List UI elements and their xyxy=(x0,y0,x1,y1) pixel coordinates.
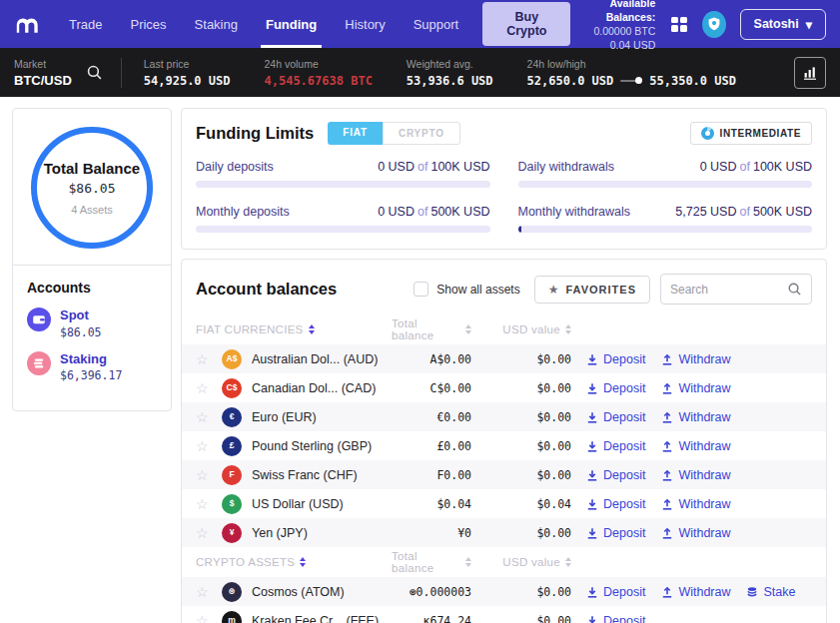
sort-icon[interactable] xyxy=(300,557,306,567)
favorite-star-icon[interactable]: ☆ xyxy=(196,585,222,599)
favorite-star-icon[interactable]: ☆ xyxy=(196,352,222,366)
currency-icon: A$ xyxy=(222,349,242,369)
asset-name[interactable]: Australian Dol... (AUD) xyxy=(252,352,392,366)
withdraw-link[interactable]: Withdraw xyxy=(661,352,730,366)
limit-monthly-withdrawals: Monthly withdrawals 5,725 USDof500K USD xyxy=(518,205,813,233)
total-balance-cell: £0.00 xyxy=(436,439,471,453)
withdraw-link[interactable]: Withdraw xyxy=(661,526,730,540)
asset-row-usd: ☆ $ US Dollar (USD) $0.04 $0.04 Deposit … xyxy=(182,489,826,518)
section-title[interactable]: CRYPTO ASSETS xyxy=(196,556,295,568)
nav-item-history[interactable]: History xyxy=(331,0,399,48)
kraken-logo-icon[interactable] xyxy=(14,13,39,35)
search-input[interactable] xyxy=(670,283,787,297)
favorite-star-icon[interactable]: ☆ xyxy=(196,381,222,395)
buy-crypto-button[interactable]: Buy Crypto xyxy=(482,2,570,46)
favorite-star-icon[interactable]: ☆ xyxy=(196,468,222,482)
deposit-link[interactable]: Deposit xyxy=(586,352,645,366)
asset-name[interactable]: Yen (JPY) xyxy=(252,526,392,540)
low-value: 52,650.0 USD xyxy=(527,74,614,88)
deposit-icon xyxy=(586,440,598,452)
nav-item-support[interactable]: Support xyxy=(400,0,473,48)
favorites-button[interactable]: ★ FAVORITES xyxy=(534,276,650,304)
usd-value-cell: $0.00 xyxy=(536,585,571,599)
asset-row-cad: ☆ C$ Canadian Dol... (CAD) C$0.00 $0.00 … xyxy=(182,373,826,402)
asset-row-fee: ☆ m Kraken Fee Cr... (FEE) κ674.24 $0.00… xyxy=(182,606,826,623)
tier-progress-icon xyxy=(701,127,714,140)
chart-button[interactable] xyxy=(794,57,826,89)
market-pair-block[interactable]: Market BTC/USD xyxy=(14,57,72,88)
last-price-value: 54,925.0 USD xyxy=(144,74,231,88)
user-menu-button[interactable]: Satoshi ▾ xyxy=(740,9,826,40)
total-balance-cell: F0.00 xyxy=(436,468,471,482)
asset-name[interactable]: Pound Sterling (GBP) xyxy=(252,439,392,453)
tab-fiat[interactable]: FIAT xyxy=(328,122,383,145)
account-spot[interactable]: Spot $86.05 xyxy=(27,308,157,339)
nav-item-funding[interactable]: Funding xyxy=(252,0,331,48)
top-navigation: Trade Prices Staking Funding History Sup… xyxy=(0,0,840,48)
sort-icon[interactable] xyxy=(565,557,571,567)
deposit-icon xyxy=(586,469,598,481)
withdraw-link[interactable]: Withdraw xyxy=(661,410,730,424)
limit-daily-withdrawals: Daily withdrawals 0 USDof100K USD xyxy=(518,160,813,188)
withdraw-link[interactable]: Withdraw xyxy=(661,497,730,511)
section-title[interactable]: FIAT CURRENCIES xyxy=(196,323,304,335)
show-all-assets-checkbox[interactable] xyxy=(414,282,428,297)
total-balance-value: $86.05 xyxy=(69,181,116,196)
nav-item-staking[interactable]: Staking xyxy=(181,0,252,48)
deposit-link[interactable]: Deposit xyxy=(586,526,645,540)
stat-24h-volume: 24h volume 4,545.67638 BTC xyxy=(264,57,372,88)
favorite-star-icon[interactable]: ☆ xyxy=(196,439,222,453)
usd-value-cell: $0.00 xyxy=(536,352,571,366)
asset-name[interactable]: Swiss Franc (CHF) xyxy=(252,468,392,482)
total-balance-cell: $0.04 xyxy=(436,497,471,511)
apps-grid-icon[interactable] xyxy=(671,17,686,32)
nav-item-trade[interactable]: Trade xyxy=(55,0,116,48)
account-balances-title: Account balances xyxy=(196,280,337,299)
currency-icon: ⊛ xyxy=(222,582,242,602)
balance-sidebar: Total Balance $86.05 4 Assets Accounts S… xyxy=(12,108,172,411)
deposit-link[interactable]: Deposit xyxy=(586,381,645,395)
currency-icon: € xyxy=(222,407,242,427)
favorite-star-icon[interactable]: ☆ xyxy=(196,614,222,623)
coins-icon xyxy=(27,351,51,375)
withdraw-link[interactable]: Withdraw xyxy=(661,439,730,453)
fiat-crypto-toggle: FIAT CRYPTO xyxy=(328,122,460,145)
asset-name[interactable]: Kraken Fee Cr... (FEE) xyxy=(252,614,392,623)
stat-weighted-avg: Weighted avg. 53,936.6 USD xyxy=(407,57,493,88)
sort-icon[interactable] xyxy=(309,324,315,334)
stake-link[interactable]: Stake xyxy=(746,585,795,599)
deposit-link[interactable]: Deposit xyxy=(586,497,645,511)
currency-icon: F xyxy=(222,465,242,485)
fiat-section-header: FIAT CURRENCIES Total balance USD value xyxy=(182,314,826,344)
progress-bar xyxy=(196,181,490,188)
account-staking[interactable]: Staking $6,396.17 xyxy=(27,351,157,383)
tier-label: INTERMEDIATE xyxy=(720,128,801,139)
market-label: Market xyxy=(14,57,72,73)
deposit-link[interactable]: Deposit xyxy=(586,410,645,424)
security-shield-icon[interactable] xyxy=(702,11,725,38)
deposit-link[interactable]: Deposit xyxy=(586,468,645,482)
nav-item-prices[interactable]: Prices xyxy=(116,0,180,48)
sort-icon[interactable] xyxy=(565,324,571,334)
withdraw-link[interactable]: Withdraw xyxy=(661,468,730,482)
asset-name[interactable]: Cosmos (ATOM) xyxy=(252,585,392,599)
asset-name[interactable]: Euro (EUR) xyxy=(252,410,392,424)
withdraw-link[interactable]: Withdraw xyxy=(661,381,730,395)
available-usd-value: 0.04 USD xyxy=(570,38,655,52)
asset-name[interactable]: Canadian Dol... (CAD) xyxy=(252,381,392,395)
total-balance-label: Total Balance xyxy=(44,160,140,177)
tab-crypto[interactable]: CRYPTO xyxy=(383,122,460,145)
deposit-link[interactable]: Deposit xyxy=(586,614,645,623)
sort-icon[interactable] xyxy=(465,557,471,567)
sort-icon[interactable] xyxy=(465,324,471,334)
deposit-link[interactable]: Deposit xyxy=(586,585,645,599)
favorite-star-icon[interactable]: ☆ xyxy=(196,410,222,424)
limit-monthly-deposits: Monthly deposits 0 USDof500K USD xyxy=(196,205,490,233)
deposit-link[interactable]: Deposit xyxy=(586,439,645,453)
asset-row-gbp: ☆ £ Pound Sterling (GBP) £0.00 $0.00 Dep… xyxy=(182,431,826,460)
market-search-icon[interactable] xyxy=(86,64,103,81)
withdraw-link[interactable]: Withdraw xyxy=(661,585,730,599)
favorite-star-icon[interactable]: ☆ xyxy=(196,497,222,511)
favorite-star-icon[interactable]: ☆ xyxy=(196,526,222,540)
asset-name[interactable]: US Dollar (USD) xyxy=(252,497,392,511)
